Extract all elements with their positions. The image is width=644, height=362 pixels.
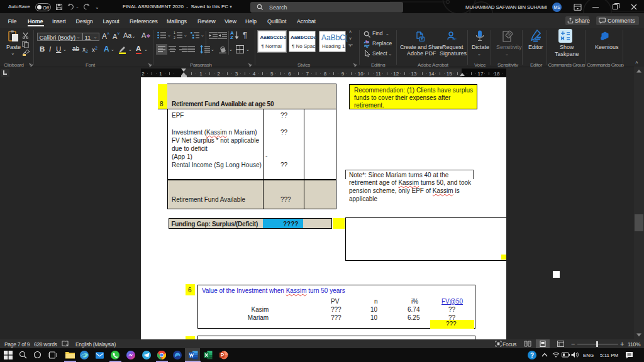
svg-text:?: ?	[530, 352, 534, 359]
svg-text:2: 2	[174, 36, 175, 39]
svg-text:1: 1	[174, 31, 175, 35]
